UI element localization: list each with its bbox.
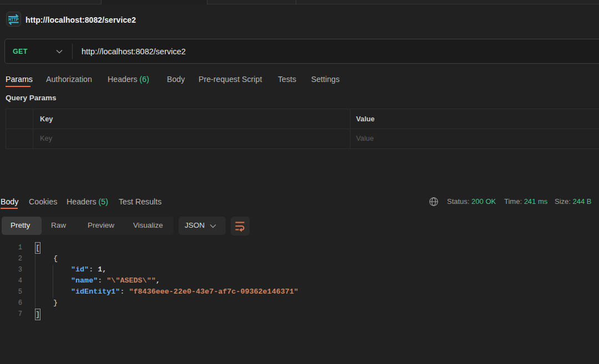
svg-text:HTTP: HTTP — [8, 17, 18, 22]
